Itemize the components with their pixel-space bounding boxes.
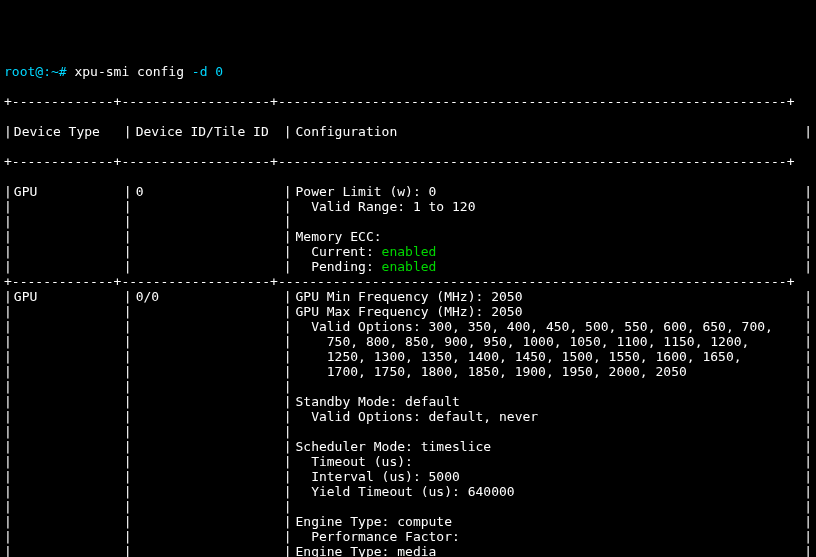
table-row: ||| Pending: enabled| — [4, 259, 812, 274]
prompt-cwd: :~# — [43, 64, 66, 79]
cell-configuration: Memory ECC: — [291, 229, 804, 244]
table-row: |GPU|0/0|GPU Min Frequency (MHz): 2050| — [4, 289, 812, 304]
cell-configuration: Valid Options: default, never — [291, 409, 804, 424]
cell-configuration: Performance Factor: — [291, 529, 804, 544]
cell-configuration — [291, 499, 804, 514]
table-border-header: +-------------+-------------------+-----… — [4, 154, 812, 169]
terminal-output: { "prompt": { "user_host": "root@", "cwd… — [0, 0, 816, 557]
cell-configuration: Yield Timeout (us): 640000 — [291, 484, 804, 499]
cell-configuration: 1700, 1750, 1800, 1850, 1900, 1950, 2000… — [291, 364, 804, 379]
cell-configuration: 750, 800, 850, 900, 950, 1000, 1050, 110… — [291, 334, 804, 349]
cell-configuration: Engine Type: compute — [291, 514, 804, 529]
table-border-top: +-------------+-------------------+-----… — [4, 94, 812, 109]
table-row: ||| Valid Range: 1 to 120| — [4, 199, 812, 214]
table-row: ||| Interval (us): 5000| — [4, 469, 812, 484]
table-row-divider: +-------------+-------------------+-----… — [4, 274, 812, 289]
table-row: ||| Performance Factor:| — [4, 529, 812, 544]
cell-configuration: Valid Options: 300, 350, 400, 450, 500, … — [291, 319, 804, 334]
table-header: |Device Type|Device ID/Tile ID|Configura… — [4, 124, 812, 139]
table-body: |GPU|0|Power Limit (w): 0|||| Valid Rang… — [4, 184, 812, 557]
cell-configuration: 1250, 1300, 1350, 1400, 1450, 1500, 1550… — [291, 349, 804, 364]
table-row: |||Standby Mode: default| — [4, 394, 812, 409]
table-row: |||| — [4, 379, 812, 394]
cell-device-id: 0/0 — [132, 289, 284, 304]
table-row: ||| Timeout (us):| — [4, 454, 812, 469]
table-row: |||Memory ECC:| — [4, 229, 812, 244]
table-row: |||| — [4, 499, 812, 514]
cell-configuration — [291, 214, 804, 229]
cell-configuration: Scheduler Mode: timeslice — [291, 439, 804, 454]
table-row: ||| Valid Options: 300, 350, 400, 450, 5… — [4, 319, 812, 334]
cell-configuration: Interval (us): 5000 — [291, 469, 804, 484]
prompt-line: root@:~# xpu-smi config -d 0 — [4, 64, 812, 79]
cell-configuration — [291, 379, 804, 394]
table-row: |||| — [4, 424, 812, 439]
table-row: ||| 1250, 1300, 1350, 1400, 1450, 1500, … — [4, 349, 812, 364]
status-enabled: enabled — [382, 259, 437, 274]
prompt-user-host: root@ — [4, 64, 43, 79]
table-row: |||Scheduler Mode: timeslice| — [4, 439, 812, 454]
th-device-id: Device ID/Tile ID — [132, 124, 284, 139]
table-row: ||| Current: enabled| — [4, 244, 812, 259]
table-row: |||| — [4, 214, 812, 229]
cell-configuration: Power Limit (w): 0 — [291, 184, 804, 199]
cell-configuration: Current: enabled — [291, 244, 804, 259]
command: xpu-smi config — [74, 64, 191, 79]
th-configuration: Configuration — [291, 124, 804, 139]
table-row: |||Engine Type: compute| — [4, 514, 812, 529]
cell-configuration: Timeout (us): — [291, 454, 804, 469]
cell-configuration — [291, 424, 804, 439]
cell-device-type: GPU — [12, 289, 124, 304]
table-row: ||| 1700, 1750, 1800, 1850, 1900, 1950, … — [4, 364, 812, 379]
table-row: ||| Yield Timeout (us): 640000| — [4, 484, 812, 499]
cell-configuration: GPU Max Frequency (MHz): 2050 — [291, 304, 804, 319]
table-row: ||| 750, 800, 850, 900, 950, 1000, 1050,… — [4, 334, 812, 349]
th-device-type: Device Type — [12, 124, 124, 139]
cell-device-type: GPU — [12, 184, 124, 199]
command-args: -d 0 — [192, 64, 223, 79]
table-row: |||GPU Max Frequency (MHz): 2050| — [4, 304, 812, 319]
cell-device-id: 0 — [132, 184, 284, 199]
table-row: |||Engine Type: media| — [4, 544, 812, 557]
table-row: ||| Valid Options: default, never| — [4, 409, 812, 424]
cell-configuration: Valid Range: 1 to 120 — [291, 199, 804, 214]
cell-configuration: Pending: enabled — [291, 259, 804, 274]
status-enabled: enabled — [382, 244, 437, 259]
cell-configuration: Standby Mode: default — [291, 394, 804, 409]
cell-configuration: GPU Min Frequency (MHz): 2050 — [291, 289, 804, 304]
cell-configuration: Engine Type: media — [291, 544, 804, 557]
table-row: |GPU|0|Power Limit (w): 0| — [4, 184, 812, 199]
